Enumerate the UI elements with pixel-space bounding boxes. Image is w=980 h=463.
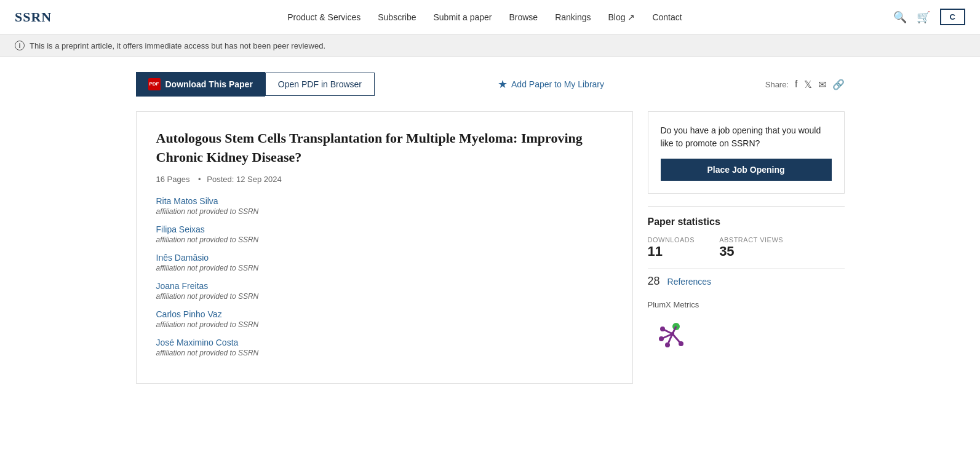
author-4-affil: affiliation not provided to SSRN xyxy=(156,292,613,301)
facebook-icon[interactable]: f xyxy=(795,79,797,90)
nav-rankings[interactable]: Rankings xyxy=(555,12,591,22)
plumx-icon[interactable] xyxy=(648,315,845,352)
author-4-name[interactable]: Joana Freitas xyxy=(156,281,209,291)
cart-icon[interactable]: 🛒 xyxy=(917,10,930,24)
paper-pages: 16 Pages xyxy=(156,175,190,184)
job-box: Do you have a job opening that you would… xyxy=(648,111,845,194)
content-wrapper: PDF Download This Paper Open PDF in Brow… xyxy=(121,57,859,398)
svg-point-8 xyxy=(659,336,664,341)
paper-statistics: Paper statistics DOWNLOADS 11 ABSTRACT V… xyxy=(648,206,845,362)
share-section: Share: f 𝕏 ✉ 🔗 xyxy=(765,79,845,90)
signin-button[interactable]: C xyxy=(940,9,965,25)
abstract-views-stat: ABSTRACT VIEWS 35 xyxy=(719,236,783,259)
pdf-icon: PDF xyxy=(148,78,161,90)
plumx-label: PlumX Metrics xyxy=(648,300,845,309)
abstract-views-value: 35 xyxy=(719,243,783,259)
link-icon[interactable]: 🔗 xyxy=(832,79,845,90)
author-2-affil: affiliation not provided to SSRN xyxy=(156,235,613,244)
nav-contact[interactable]: Contact xyxy=(652,12,682,22)
author-5-name[interactable]: Carlos Pinho Vaz xyxy=(156,309,222,319)
info-icon: i xyxy=(15,41,25,50)
nav-product-services[interactable]: Product & Services xyxy=(287,12,361,22)
right-sidebar: Do you have a job opening that you would… xyxy=(648,111,845,384)
abstract-views-label: ABSTRACT VIEWS xyxy=(719,236,783,243)
downloads-value: 11 xyxy=(648,243,695,259)
author-6: José Maximino Costa affiliation not prov… xyxy=(156,338,613,357)
dot-separator: • xyxy=(198,175,201,184)
share-label: Share: xyxy=(765,80,789,89)
nav-browse[interactable]: Browse xyxy=(509,12,538,22)
preprint-banner: i This is a preprint article, it offers … xyxy=(0,34,980,57)
paper-posted: Posted: 12 Sep 2024 xyxy=(207,175,281,184)
downloads-label: DOWNLOADS xyxy=(648,236,695,243)
references-row: 28 References xyxy=(648,268,845,294)
stats-row: DOWNLOADS 11 ABSTRACT VIEWS 35 xyxy=(648,236,845,259)
paper-meta: 16 Pages • Posted: 12 Sep 2024 xyxy=(156,175,613,184)
author-5: Carlos Pinho Vaz affiliation not provide… xyxy=(156,309,613,329)
nav-blog[interactable]: Blog ↗ xyxy=(608,12,635,22)
svg-point-9 xyxy=(665,342,670,347)
svg-point-7 xyxy=(660,326,665,331)
author-2-name[interactable]: Filipa Seixas xyxy=(156,224,205,234)
add-library-button[interactable]: ★ Add Paper to My Library xyxy=(498,77,604,91)
ssrn-logo[interactable]: SSRN xyxy=(15,9,52,25)
author-1: Rita Matos Silva affiliation not provide… xyxy=(156,196,613,216)
twitter-icon[interactable]: 𝕏 xyxy=(804,79,812,90)
svg-point-10 xyxy=(679,341,683,346)
stats-title: Paper statistics xyxy=(648,216,845,228)
author-6-name[interactable]: José Maximino Costa xyxy=(156,338,239,347)
author-3-name[interactable]: Inês Damâsio xyxy=(156,253,209,263)
author-1-affil: affiliation not provided to SSRN xyxy=(156,207,613,216)
author-5-affil: affiliation not provided to SSRN xyxy=(156,320,613,329)
email-icon[interactable]: ✉ xyxy=(818,79,826,90)
search-icon[interactable]: 🔍 xyxy=(893,10,907,24)
author-2: Filipa Seixas affiliation not provided t… xyxy=(156,224,613,244)
author-1-name[interactable]: Rita Matos Silva xyxy=(156,196,218,206)
download-label: Download This Paper xyxy=(165,79,253,89)
button-row: PDF Download This Paper Open PDF in Brow… xyxy=(136,72,845,97)
preprint-text: This is a preprint article, it offers im… xyxy=(30,41,325,50)
star-icon: ★ xyxy=(498,77,508,91)
author-4: Joana Freitas affiliation not provided t… xyxy=(156,281,613,301)
place-job-opening-button[interactable]: Place Job Opening xyxy=(661,159,832,181)
downloads-stat: DOWNLOADS 11 xyxy=(648,236,695,259)
svg-point-6 xyxy=(671,332,674,336)
references-count: 28 xyxy=(648,275,660,288)
open-pdf-button[interactable]: Open PDF in Browser xyxy=(265,73,375,96)
job-box-text: Do you have a job opening that you would… xyxy=(661,124,832,150)
add-library-label: Add Paper to My Library xyxy=(511,79,604,89)
download-button[interactable]: PDF Download This Paper xyxy=(136,72,265,97)
references-link[interactable]: References xyxy=(667,277,712,287)
nav-icons: 🔍 🛒 C xyxy=(893,9,965,25)
nav-subscribe[interactable]: Subscribe xyxy=(378,12,416,22)
paper-title: Autologous Stem Cells Transplantation fo… xyxy=(156,129,613,167)
two-column-layout: Autologous Stem Cells Transplantation fo… xyxy=(136,111,845,384)
navbar: SSRN Product & Services Subscribe Submit… xyxy=(0,0,980,34)
nav-links: Product & Services Subscribe Submit a pa… xyxy=(76,12,893,22)
author-6-affil: affiliation not provided to SSRN xyxy=(156,349,613,357)
paper-card: Autologous Stem Cells Transplantation fo… xyxy=(136,111,633,384)
author-3-affil: affiliation not provided to SSRN xyxy=(156,264,613,272)
nav-submit-paper[interactable]: Submit a paper xyxy=(434,12,492,22)
plumx-svg xyxy=(654,315,691,352)
author-3: Inês Damâsio affiliation not provided to… xyxy=(156,253,613,272)
